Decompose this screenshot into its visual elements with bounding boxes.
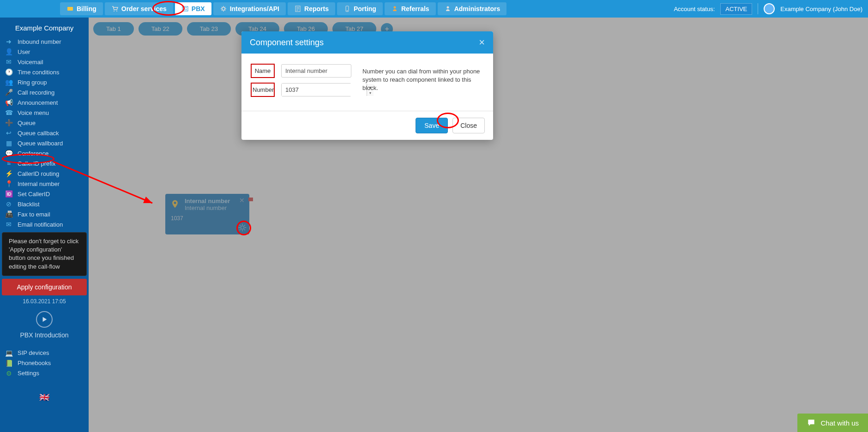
play-icon [41, 316, 48, 323]
gear-icon: ⚙ [5, 370, 13, 377]
account-user[interactable]: Example Company (John Doe) [780, 6, 862, 12]
sidebar-label: Queue wallboard [18, 140, 63, 147]
language-flag-uk[interactable]: 🇬🇧 [0, 392, 89, 402]
sidebar-item-queue-wallboard[interactable]: ▦Queue wallboard [0, 138, 89, 148]
nav-porting[interactable]: Porting [337, 2, 383, 15]
company-name: Example Company [0, 18, 89, 36]
ban-icon: ⊘ [5, 200, 13, 208]
admin-icon [444, 5, 452, 12]
sidebar-item-email-notification[interactable]: ✉Email notification [0, 219, 89, 229]
sidebar-item-conference[interactable]: 💬Conference [0, 148, 89, 158]
chat-label: Chat with us [820, 419, 859, 427]
mic-icon: 🎤 [5, 89, 13, 96]
svg-point-15 [446, 6, 449, 9]
sidebar-label: Settings [18, 370, 39, 377]
sidebar-bottom: 💻SIP devices 📗Phonebooks ⚙Settings [0, 348, 89, 378]
avatar[interactable] [764, 3, 775, 14]
timestamp: 16.03.2021 17:05 [0, 298, 89, 305]
cart-icon [111, 5, 119, 12]
clock-icon: 🕐 [5, 68, 13, 76]
sidebar-item-sip-devices[interactable]: 💻SIP devices [0, 348, 89, 358]
sidebar-label: Set CallerID [18, 191, 50, 198]
nav-order-services[interactable]: Order services [105, 2, 173, 15]
callback-icon: ↩ [5, 129, 13, 137]
nav-administrators[interactable]: Administrators [438, 2, 507, 15]
svg-rect-3 [182, 6, 188, 11]
close-button[interactable]: Close [452, 118, 485, 133]
sidebar-label: Fax to email [18, 211, 50, 218]
list-icon: ≡ [5, 160, 13, 167]
sidebar-label: Queue callback [18, 130, 59, 137]
modal-footer: Save Close [241, 111, 493, 140]
sidebar-label: Announcement [18, 99, 58, 106]
reports-icon [294, 5, 301, 12]
sidebar-item-callerid-prefix[interactable]: ≡CallerID prefix [0, 158, 89, 168]
gear-icon [220, 5, 227, 12]
modal-form: Name Number ▲ ▼ [251, 64, 351, 102]
nav-order-label: Order services [121, 5, 167, 12]
sidebar-item-set-callerid[interactable]: 🆔Set CallerID [0, 189, 89, 199]
svg-point-5 [185, 7, 186, 8]
sidebar-label: Voice menu [18, 109, 49, 116]
sidebar-item-internal-number[interactable]: 📍Internal number [0, 179, 89, 189]
sidebar-item-ring-group[interactable]: 👥Ring group [0, 77, 89, 87]
modal-help-text: Number you can dial from within your pho… [362, 64, 484, 102]
sidebar-item-settings[interactable]: ⚙Settings [0, 368, 89, 378]
sidebar-label: Time conditions [18, 69, 60, 76]
sidebar-item-callerid-routing[interactable]: ⚡CallerID routing [0, 168, 89, 179]
sidebar-label: Voicemail [18, 59, 43, 66]
id-icon: 🆔 [5, 190, 13, 198]
svg-point-13 [347, 10, 348, 11]
name-input[interactable] [281, 64, 351, 78]
sidebar-label: CallerID prefix [18, 160, 55, 167]
laptop-icon: 💻 [5, 349, 13, 357]
modal-title: Component settings [250, 38, 324, 48]
nav-porting-label: Porting [354, 5, 376, 12]
email-icon: ✉ [5, 221, 13, 228]
modal-close-icon[interactable]: × [479, 37, 485, 48]
sidebar-item-queue-callback[interactable]: ↩Queue callback [0, 128, 89, 138]
sidebar-item-inbound-number[interactable]: ➜Inbound number [0, 36, 89, 47]
nav-reports[interactable]: Reports [288, 2, 335, 15]
chat-widget[interactable]: Chat with us [797, 414, 868, 432]
sidebar-label: Internal number [18, 180, 60, 187]
number-label: Number [251, 83, 275, 97]
sidebar-item-queue[interactable]: ➕Queue [0, 118, 89, 128]
nav-billing[interactable]: Billing [60, 2, 103, 15]
nav-pbx[interactable]: PBX [175, 2, 211, 15]
save-button[interactable]: Save [416, 118, 448, 133]
chat-icon [807, 418, 816, 427]
sidebar-item-phonebooks[interactable]: 📗Phonebooks [0, 358, 89, 368]
nav-integrations[interactable]: Integrations/API [213, 2, 286, 15]
sidebar-item-time-conditions[interactable]: 🕐Time conditions [0, 67, 89, 77]
apply-configuration-button[interactable]: Apply configuration [2, 279, 87, 295]
sidebar-item-voicemail[interactable]: ✉Voicemail [0, 57, 89, 67]
sidebar-item-voice-menu[interactable]: ☎Voice menu [0, 108, 89, 118]
sidebar: Example Company ➜Inbound number 👤User ✉V… [0, 18, 89, 432]
sidebar-item-blacklist[interactable]: ⊘Blacklist [0, 199, 89, 209]
svg-point-1 [114, 11, 115, 12]
sidebar-label: Queue [18, 120, 36, 126]
sidebar-label: Email notification [18, 221, 63, 228]
billing-icon [66, 5, 74, 12]
referrals-icon [391, 5, 398, 12]
sidebar-item-announcement[interactable]: 📢Announcement [0, 97, 89, 108]
form-row-name: Name [251, 64, 351, 78]
porting-icon [344, 5, 351, 12]
svg-point-2 [116, 11, 117, 12]
top-nav: Billing Order services PBX Integrations/… [0, 0, 868, 18]
number-input-wrap: ▲ ▼ [281, 83, 351, 96]
play-intro-button[interactable] [36, 311, 53, 328]
pin-icon: 📍 [5, 180, 13, 187]
nav-pbx-label: PBX [192, 5, 205, 12]
sidebar-item-user[interactable]: 👤User [0, 47, 89, 57]
name-label: Name [251, 64, 275, 78]
nav-integrations-label: Integrations/API [230, 5, 279, 12]
nav-referrals[interactable]: Referrals [385, 2, 436, 15]
number-input[interactable] [282, 84, 367, 96]
mail-icon: ✉ [5, 58, 13, 66]
sidebar-item-fax-to-email[interactable]: 📠Fax to email [0, 209, 89, 219]
sidebar-label: Conference [18, 150, 48, 157]
sidebar-item-call-recording[interactable]: 🎤Call recording [0, 87, 89, 97]
apply-tooltip: Please don't forget to click 'Apply conf… [2, 232, 87, 276]
